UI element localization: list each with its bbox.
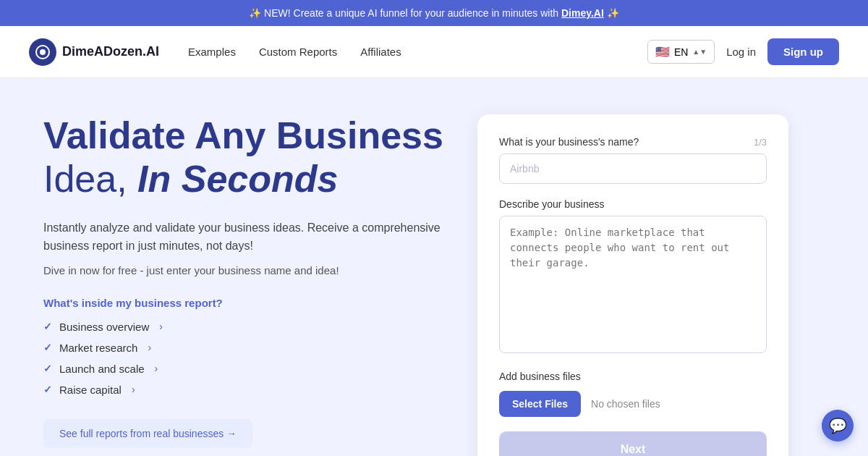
- chat-icon: 💬: [829, 417, 847, 434]
- lang-label: EN: [674, 46, 688, 58]
- nav-examples[interactable]: Examples: [188, 46, 236, 58]
- nav-links: Examples Custom Reports Affiliates: [188, 46, 647, 58]
- headline-line1: Validate Any Business: [43, 114, 443, 156]
- logo-text: DimeADozen.AI: [62, 44, 159, 59]
- feature-label-2: Market research: [59, 342, 137, 354]
- check-icon-3: ✓: [43, 363, 52, 374]
- flag-icon: 🇺🇸: [655, 45, 670, 59]
- subtext1: Instantly analyze and validate your busi…: [43, 219, 448, 256]
- left-panel: Validate Any Business Idea, In Seconds I…: [43, 114, 448, 448]
- feature-list: ✓ Business overview › ✓ Market research …: [43, 321, 448, 396]
- svg-point-1: [40, 49, 46, 55]
- arrow-icon-2: ›: [148, 342, 151, 353]
- headline-line2-bold: In Seconds: [137, 158, 338, 200]
- chevron-down-icon: ▲▼: [692, 48, 707, 56]
- chat-bubble[interactable]: 💬: [822, 410, 854, 442]
- headline-line2-normal: Idea,: [43, 158, 127, 200]
- business-name-label: What is your business's name?: [499, 136, 639, 148]
- form-header: What is your business's name? 1/3: [499, 136, 767, 148]
- logo-area[interactable]: DimeADozen.AI: [29, 38, 159, 66]
- login-button[interactable]: Log in: [726, 46, 756, 58]
- arrow-icon-3: ›: [155, 363, 158, 374]
- check-icon-2: ✓: [43, 342, 52, 353]
- nav-custom-reports[interactable]: Custom Reports: [259, 46, 337, 58]
- select-files-button[interactable]: Select Files: [499, 391, 581, 417]
- subtext2: Dive in now for free - just enter your b…: [43, 264, 448, 276]
- banner-link[interactable]: Dimey.AI: [561, 7, 604, 19]
- feature-label-4: Raise capital: [59, 384, 122, 396]
- feature-label-3: Launch and scale: [59, 363, 145, 375]
- feature-business-overview[interactable]: ✓ Business overview ›: [43, 321, 448, 333]
- arrow-icon-1: ›: [159, 321, 163, 332]
- business-name-input[interactable]: [499, 153, 767, 184]
- headline: Validate Any Business Idea, In Seconds: [43, 114, 448, 201]
- banner-text-before: ✨ NEW! Create a unique AI funnel for you…: [249, 7, 561, 19]
- next-button[interactable]: Next: [499, 431, 767, 456]
- features-title: What's inside my business report?: [43, 297, 448, 309]
- see-reports-button[interactable]: See full reports from real businesses →: [43, 419, 252, 448]
- signup-button[interactable]: Sign up: [767, 38, 839, 65]
- feature-launch-scale[interactable]: ✓ Launch and scale ›: [43, 363, 448, 375]
- check-icon-1: ✓: [43, 321, 52, 332]
- top-banner: ✨ NEW! Create a unique AI funnel for you…: [0, 0, 868, 26]
- describe-textarea[interactable]: [499, 216, 767, 353]
- file-row: Select Files No chosen files: [499, 391, 767, 417]
- navbar: DimeADozen.AI Examples Custom Reports Af…: [0, 26, 868, 78]
- main-content: Validate Any Business Idea, In Seconds I…: [0, 78, 868, 456]
- nav-right: 🇺🇸 EN ▲▼ Log in Sign up: [647, 38, 839, 65]
- step-indicator: 1/3: [754, 137, 767, 148]
- logo-icon: [29, 38, 56, 66]
- nav-affiliates[interactable]: Affiliates: [360, 46, 401, 58]
- add-files-label: Add business files: [499, 371, 767, 382]
- feature-raise-capital[interactable]: ✓ Raise capital ›: [43, 384, 448, 396]
- arrow-icon-4: ›: [132, 384, 135, 395]
- check-icon-4: ✓: [43, 384, 52, 395]
- describe-label: Describe your business: [499, 198, 767, 210]
- right-panel: What is your business's name? 1/3 Descri…: [477, 114, 788, 456]
- feature-market-research[interactable]: ✓ Market research ›: [43, 342, 448, 354]
- feature-label-1: Business overview: [59, 321, 149, 333]
- banner-text-after: ✨: [604, 7, 619, 19]
- lang-selector[interactable]: 🇺🇸 EN ▲▼: [647, 40, 715, 64]
- no-files-text: No chosen files: [591, 398, 660, 410]
